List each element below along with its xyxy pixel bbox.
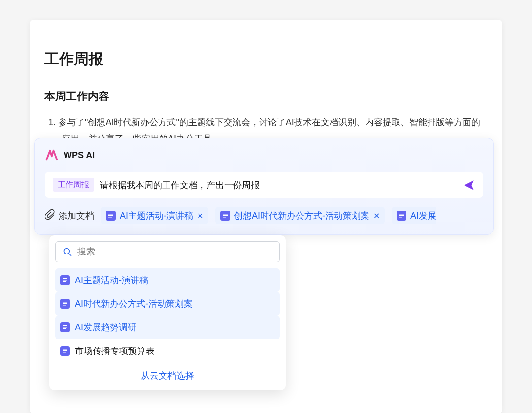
attachment-icon [45, 209, 56, 222]
doc-chip-label: AI主题活动-演讲稿 [120, 210, 193, 222]
svg-rect-21 [63, 350, 67, 351]
ai-prompt-text[interactable]: 请根据我本周的工作文档，产出一份周报 [100, 179, 457, 191]
document-icon [397, 211, 406, 221]
doc-chip-label: AI发展 [410, 210, 436, 222]
svg-line-10 [69, 253, 71, 255]
attachments-row: 添加文档 AI主题活动-演讲稿 ✕ 创想AI时代新办公方式-活动策划案 ✕ AI… [45, 207, 483, 224]
search-input[interactable] [77, 247, 272, 257]
svg-rect-5 [223, 217, 226, 218]
svg-rect-14 [63, 302, 67, 303]
svg-rect-0 [108, 214, 113, 215]
search-item-label: AI主题活动-演讲稿 [75, 274, 148, 286]
document-icon [60, 275, 70, 285]
send-icon [463, 179, 475, 191]
doc-chip[interactable]: 创想AI时代新办公方式-活动策划案 ✕ [215, 207, 385, 224]
ai-panel: WPS AI 工作周报 请根据我本周的工作文档，产出一份周报 添加文档 AI主题… [34, 138, 494, 235]
svg-rect-12 [63, 280, 67, 281]
search-item-label: 市场传播专项预算表 [75, 345, 155, 357]
chip-close-button[interactable]: ✕ [373, 211, 380, 221]
add-document-label: 添加文档 [59, 210, 94, 222]
search-result-item[interactable]: AI主题活动-演讲稿 [55, 268, 280, 292]
doc-section-title: 本周工作内容 [44, 89, 488, 104]
svg-rect-20 [63, 349, 67, 350]
doc-chip[interactable]: AI发展 [392, 207, 436, 224]
search-box[interactable] [55, 241, 280, 262]
document-icon [60, 299, 70, 309]
search-result-item[interactable]: AI发展趋势调研 [55, 316, 280, 339]
document-search-dropdown: AI主题活动-演讲稿 AI时代新办公方式-活动策划案 AI发展趋势调研 市场传播… [49, 235, 286, 390]
svg-rect-11 [63, 278, 67, 279]
doc-chip[interactable]: AI主题活动-演讲稿 ✕ [101, 207, 208, 224]
svg-rect-4 [223, 215, 228, 216]
doc-chip-label: 创想AI时代新办公方式-活动策划案 [234, 210, 369, 222]
svg-rect-17 [63, 325, 67, 326]
svg-rect-3 [223, 214, 228, 215]
ai-prompt-tag[interactable]: 工作周报 [53, 178, 94, 192]
svg-rect-7 [399, 215, 404, 216]
ai-input-row[interactable]: 工作周报 请根据我本周的工作文档，产出一份周报 [45, 172, 483, 198]
svg-rect-22 [63, 352, 66, 353]
ai-title: WPS AI [64, 150, 95, 160]
document-container: 工作周报 本周工作内容 1. 参与了"创想AI时代新办公方式"的主题线下交流会，… [30, 20, 502, 413]
svg-rect-6 [399, 214, 404, 215]
svg-rect-2 [108, 217, 112, 218]
search-item-label: AI发展趋势调研 [75, 321, 136, 333]
svg-rect-15 [63, 303, 67, 304]
document-icon [60, 322, 70, 332]
svg-rect-19 [63, 328, 66, 329]
svg-rect-16 [63, 305, 66, 306]
document-icon [220, 211, 230, 221]
ai-header: WPS AI [45, 148, 483, 162]
svg-rect-13 [63, 281, 66, 282]
search-result-item[interactable]: 市场传播专项预算表 [55, 339, 280, 363]
select-from-cloud-button[interactable]: 从云文档选择 [55, 363, 280, 384]
svg-rect-18 [63, 327, 67, 328]
search-icon [63, 247, 72, 257]
chip-close-button[interactable]: ✕ [197, 211, 203, 221]
svg-rect-8 [399, 217, 402, 218]
search-result-item[interactable]: AI时代新办公方式-活动策划案 [55, 292, 280, 316]
wps-ai-logo-icon [45, 148, 59, 162]
list-marker: 1. [48, 117, 58, 127]
document-icon [106, 211, 116, 221]
document-icon [60, 346, 70, 356]
svg-rect-1 [108, 215, 113, 216]
add-document-button[interactable]: 添加文档 [45, 209, 94, 222]
doc-title: 工作周报 [44, 49, 488, 69]
send-button[interactable] [463, 179, 475, 191]
search-item-label: AI时代新办公方式-活动策划案 [75, 298, 193, 310]
